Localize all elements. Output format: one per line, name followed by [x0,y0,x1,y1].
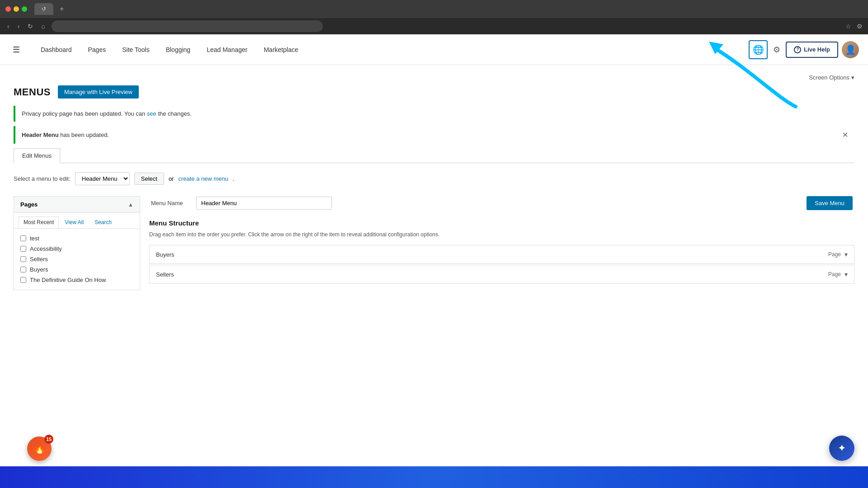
globe-button[interactable]: 🌐 [749,40,768,59]
close-notice-button[interactable]: ✕ [842,131,848,139]
address-bar[interactable] [52,20,323,32]
help-circle-icon: ? [794,46,801,53]
menu-select-row: Select a menu to edit: Header Menu Selec… [14,172,854,185]
tab-reload-icon: ↺ [42,6,46,12]
create-new-menu-link[interactable]: create a new menu [178,175,228,182]
nav-marketplace[interactable]: Marketplace [255,42,306,57]
select-menu-label: Select a menu to edit: [14,175,71,182]
reload-button[interactable]: ↻ [26,21,35,32]
pages-panel: Pages ▲ Most Recent View All Search test… [14,196,140,290]
minimize-dot[interactable] [14,6,19,12]
top-nav: ☰ Dashboard Pages Site Tools Blogging Le… [0,34,868,65]
tab-most-recent[interactable]: Most Recent [19,216,59,228]
chat-sparkle-icon: ✦ [838,442,846,454]
panel-tabs: Most Recent View All Search [14,213,140,229]
menu-structure-title: Menu Structure [149,219,854,227]
page-name: Accessibility [30,245,62,252]
page-checkbox[interactable] [20,235,26,241]
extensions-button[interactable]: ⚙ [857,23,863,30]
hamburger-button[interactable]: ☰ [9,41,24,58]
page-title: MENUS [14,86,51,98]
footer-bar [0,466,868,488]
maximize-dot[interactable] [22,6,27,12]
back-button[interactable]: ‹ [5,21,11,32]
browser-tab[interactable]: ↺ [34,3,53,15]
nav-lead-manager[interactable]: Lead Manager [198,42,255,57]
nav-site-tools[interactable]: Site Tools [114,42,157,57]
tab-view-all[interactable]: View All [60,216,89,228]
menu-dropdown[interactable]: Header Menu [75,172,130,185]
tab-search[interactable]: Search [90,216,117,228]
menu-name-label: Menu Name [151,200,192,206]
page-name: The Definitive Guide On How [30,277,106,283]
list-item: test [20,233,133,244]
two-col-layout: Pages ▲ Most Recent View All Search test… [14,196,854,290]
notice-see-link[interactable]: see [147,110,156,117]
menu-item[interactable]: Buyers Page ▾ [149,245,854,264]
new-tab-button[interactable]: + [57,5,66,13]
gear-button[interactable]: ⚙ [771,43,782,56]
notice-header-menu-text: Header Menu has been updated. [22,131,109,138]
avatar-image: 👤 [845,44,856,55]
tab-edit-menus[interactable]: Edit Menus [14,148,60,163]
pages-list: test Accessibility Sellers Buyers The De… [14,229,140,290]
screen-options-button[interactable]: Screen Options ▾ [809,74,854,81]
menu-item-right: Page ▾ [828,271,848,278]
forward-button[interactable]: › [16,21,22,32]
chat-fab-button[interactable]: ✦ [829,436,854,461]
close-dot[interactable] [5,6,11,12]
menu-item-type: Page [828,271,841,277]
page-name: Buyers [30,266,48,273]
notification-badge: 15 [44,435,53,444]
star-button[interactable]: ☆ [845,23,851,30]
menu-item-name: Sellers [156,271,174,278]
browser-chrome: ↺ + [0,0,868,18]
nav-blogging[interactable]: Blogging [158,42,199,57]
home-button[interactable]: ⌂ [39,21,47,32]
menu-item-name: Buyers [156,251,174,258]
page-name: Sellers [30,256,48,263]
nav-right: 🌐 ⚙ ? Live Help 👤 [749,40,859,59]
menu-item-expand-button[interactable]: ▾ [844,251,848,258]
notification-icon[interactable]: 🔥 15 [27,436,52,461]
collapse-arrow-icon: ▲ [128,202,133,208]
notice-privacy: Privacy policy page has been updated. Yo… [14,106,854,122]
nav-dashboard[interactable]: Dashboard [33,42,80,57]
notice-header-menu: Header Menu has been updated. ✕ [14,126,854,144]
globe-icon: 🌐 [753,44,764,55]
pages-panel-title: Pages [20,201,38,208]
browser-bar: ‹ › ↻ ⌂ ☆ ⚙ [0,18,868,34]
menu-config-panel: Menu Name Save Menu Menu Structure Drag … [149,196,854,290]
page-checkbox[interactable] [20,277,26,283]
nav-pages[interactable]: Pages [80,42,114,57]
tab-bar: Edit Menus [14,148,854,163]
menu-structure-section: Menu Structure Drag each item into the o… [149,219,854,284]
menu-structure-desc: Drag each item into the order you prefer… [149,230,854,239]
create-end: . [233,175,235,182]
notice-header-menu-end: has been updated. [60,131,109,138]
notification-fab[interactable]: 🔥 15 [27,436,52,461]
menus-header: MENUS Manage with Live Preview [14,85,854,99]
live-help-button[interactable]: ? Live Help [786,42,838,58]
notice-privacy-end: the changes. [156,110,192,117]
menu-item[interactable]: Sellers Page ▾ [149,265,854,284]
page-checkbox[interactable] [20,267,26,272]
save-menu-button[interactable]: Save Menu [807,196,853,210]
page-checkbox[interactable] [20,246,26,252]
menu-name-input[interactable] [196,197,332,210]
manage-with-live-preview-button[interactable]: Manage with Live Preview [58,85,139,99]
select-button[interactable]: Select [134,173,164,185]
pages-panel-header[interactable]: Pages ▲ [14,197,140,213]
list-item: Accessibility [20,244,133,254]
nav-links: Dashboard Pages Site Tools Blogging Lead… [33,42,307,57]
menu-item-expand-button[interactable]: ▾ [844,271,848,278]
live-help-label: Live Help [804,46,830,53]
list-item: Buyers [20,264,133,275]
avatar[interactable]: 👤 [842,41,859,58]
content-area: Screen Options ▾ MENUS Manage with Live … [0,65,868,299]
menu-items-list: Buyers Page ▾ Sellers Page ▾ [149,245,854,284]
list-item: The Definitive Guide On How [20,275,133,285]
page-checkbox[interactable] [20,256,26,262]
screen-options-arrow-icon: ▾ [851,74,854,81]
browser-icons: ☆ ⚙ [845,23,863,30]
